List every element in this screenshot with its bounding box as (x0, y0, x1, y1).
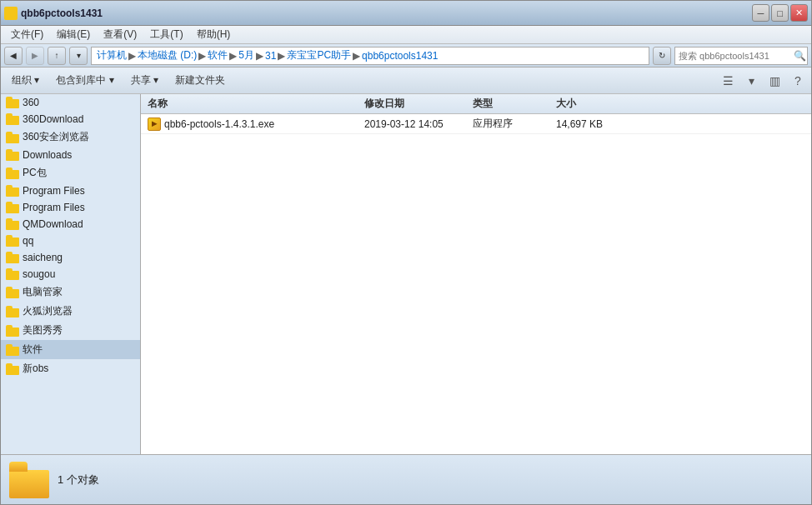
file-row-name: ▶ qbb6-pctools-1.4.3.1.exe (141, 118, 358, 131)
folder-icon (6, 252, 19, 263)
sidebar-item-360[interactable]: 360 (1, 94, 140, 111)
column-size[interactable]: 大小 (549, 97, 633, 111)
titlebar-controls: ─ □ ✕ (752, 4, 808, 22)
folder-icon (6, 185, 19, 197)
sidebar: 360 360Download 360安全浏览器 Downloads PC包 P… (1, 94, 141, 454)
path-computer[interactable]: 计算机 (97, 48, 127, 62)
path-day[interactable]: 31 (265, 50, 276, 62)
status-text: 1 个对象 (58, 472, 99, 488)
address-path[interactable]: 计算机 ▶ 本地磁盘 (D:) ▶ 软件 ▶ 5月 ▶ 31 ▶ 亲宝宝PC助手… (91, 47, 649, 65)
folder-icon (6, 235, 19, 247)
toolbar: 组织 ▾ 包含到库中 ▾ 共享 ▾ 新建文件夹 ☰ ▾ ▥ ? (1, 68, 811, 94)
view-dropdown-button[interactable]: ▾ (741, 71, 761, 91)
folder-icon (6, 168, 19, 179)
table-row[interactable]: ▶ qbb6-pctools-1.4.3.1.exe 2019-03-12 14… (141, 114, 811, 134)
titlebar: qbb6pctools1431 ─ □ ✕ (1, 1, 811, 26)
sidebar-item-meitu[interactable]: 美图秀秀 (1, 321, 140, 340)
toolbar-right: ☰ ▾ ▥ ? (718, 71, 808, 91)
exe-file-icon: ▶ (148, 118, 161, 131)
sidebar-item-software[interactable]: 软件 (1, 340, 140, 359)
file-row-date: 2019-03-12 14:05 (358, 118, 466, 130)
organize-button[interactable]: 组织 ▾ (4, 70, 47, 92)
folder-icon (6, 344, 19, 356)
folder-icon (6, 287, 19, 298)
back-button[interactable]: ◀ (4, 47, 23, 65)
menu-view[interactable]: 查看(V) (97, 26, 143, 43)
folder-icon (6, 113, 19, 125)
forward-button[interactable]: ▶ (26, 47, 44, 65)
menu-file[interactable]: 文件(F) (4, 26, 50, 43)
file-list-body: ▶ qbb6-pctools-1.4.3.1.exe 2019-03-12 14… (141, 114, 811, 454)
sidebar-item-360browser[interactable]: 360安全浏览器 (1, 128, 140, 147)
file-row-type: 应用程序 (466, 117, 549, 131)
include-library-button[interactable]: 包含到库中 ▾ (48, 70, 121, 92)
window: qbb6pctools1431 ─ □ ✕ 文件(F) 编辑(E) 查看(V) … (0, 0, 812, 505)
close-button[interactable]: ✕ (790, 4, 808, 22)
folder-icon (6, 202, 19, 213)
titlebar-folder-icon (4, 7, 18, 20)
main-content: 360 360Download 360安全浏览器 Downloads PC包 P… (1, 94, 811, 454)
sidebar-item-programfiles2[interactable]: Program Files (1, 199, 140, 216)
column-name[interactable]: 名称 (141, 97, 358, 111)
file-row-size: 14,697 KB (549, 118, 633, 130)
up-button[interactable]: ↑ (48, 47, 66, 65)
search-icon: 🔍 (794, 50, 806, 62)
titlebar-title: qbb6pctools1431 (21, 8, 103, 19)
folder-icon (6, 363, 19, 375)
status-folder-icon (9, 462, 49, 498)
search-box[interactable]: 🔍 (674, 47, 808, 65)
sidebar-item-360download[interactable]: 360Download (1, 111, 140, 128)
sidebar-item-qq[interactable]: qq (1, 232, 140, 249)
folder-icon (6, 325, 19, 337)
file-name: qbb6-pctools-1.4.3.1.exe (164, 118, 274, 130)
maximize-button[interactable]: □ (771, 4, 789, 22)
sidebar-item-saicheng[interactable]: saicheng (1, 249, 140, 266)
path-appname[interactable]: 亲宝宝PC助手 (287, 48, 351, 62)
column-date[interactable]: 修改日期 (358, 97, 466, 111)
sidebar-item-pcbag[interactable]: PC包 (1, 163, 140, 182)
help-button[interactable]: ? (788, 71, 808, 91)
folder-icon (6, 149, 19, 161)
new-folder-button[interactable]: 新建文件夹 (168, 70, 233, 92)
sidebar-item-sougou[interactable]: sougou (1, 266, 140, 282)
path-month[interactable]: 5月 (238, 48, 254, 62)
sidebar-item-programfiles1[interactable]: Program Files (1, 182, 140, 199)
menubar: 文件(F) 编辑(E) 查看(V) 工具(T) 帮助(H) (1, 26, 811, 44)
folder-icon (6, 268, 19, 280)
sidebar-item-pcmanager[interactable]: 电脑管家 (1, 282, 140, 302)
minimize-button[interactable]: ─ (752, 4, 769, 22)
view-details-button[interactable]: ☰ (718, 71, 738, 91)
menu-tools[interactable]: 工具(T) (143, 26, 189, 43)
statusbar: 1 个对象 (1, 454, 811, 504)
path-software[interactable]: 软件 (208, 48, 228, 62)
preview-pane-button[interactable]: ▥ (764, 71, 784, 91)
share-button[interactable]: 共享 ▾ (123, 70, 166, 92)
column-type[interactable]: 类型 (466, 97, 549, 111)
titlebar-left: qbb6pctools1431 (4, 7, 103, 20)
file-list: 名称 修改日期 类型 大小 ▶ qbb6-pctools-1.4.3.1.exe… (141, 94, 811, 454)
folder-icon (6, 306, 19, 318)
menu-help[interactable]: 帮助(H) (190, 26, 238, 43)
path-folder[interactable]: qbb6pctools1431 (362, 50, 438, 62)
sidebar-item-downloads[interactable]: Downloads (1, 147, 140, 163)
folder-icon (6, 218, 19, 230)
path-drive[interactable]: 本地磁盘 (D:) (138, 48, 197, 62)
sidebar-item-newobs[interactable]: 新obs (1, 359, 140, 378)
addressbar: ◀ ▶ ↑ ▾ 计算机 ▶ 本地磁盘 (D:) ▶ 软件 ▶ 5月 ▶ 31 ▶… (1, 44, 811, 68)
sidebar-item-firefox[interactable]: 火狐浏览器 (1, 302, 140, 321)
folder-icon (6, 132, 19, 143)
search-input[interactable] (679, 51, 794, 61)
file-list-header: 名称 修改日期 类型 大小 (141, 94, 811, 114)
recent-button[interactable]: ▾ (69, 47, 88, 65)
sidebar-item-qmdownload[interactable]: QMDownload (1, 216, 140, 232)
folder-icon (6, 97, 19, 108)
refresh-button[interactable]: ↻ (653, 47, 671, 65)
menu-edit[interactable]: 编辑(E) (50, 26, 97, 43)
